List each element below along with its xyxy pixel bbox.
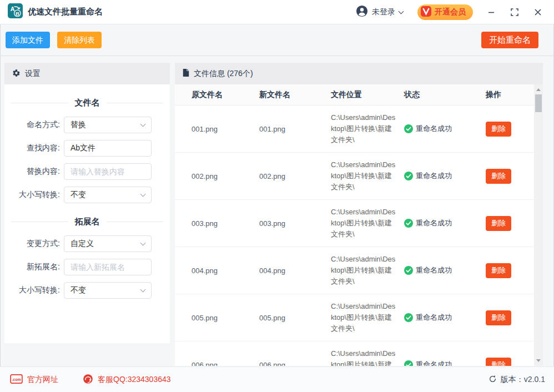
success-check-icon bbox=[404, 219, 413, 228]
delete-button[interactable]: 删除 bbox=[486, 169, 511, 184]
file-path-cell: C:\Users\admin\Desktop\图片转换\新建文件夹\ bbox=[331, 112, 404, 145]
action-cell: 删除 bbox=[486, 263, 534, 278]
service-qq-label: 客服QQ:3234303643 bbox=[98, 375, 171, 385]
minimize-button[interactable] bbox=[484, 5, 498, 19]
delete-button[interactable]: 删除 bbox=[486, 122, 511, 137]
action-cell: 删除 bbox=[486, 358, 534, 366]
col-new-filename: 新文件名 bbox=[259, 90, 331, 100]
add-files-button[interactable]: 添加文件 bbox=[6, 32, 50, 48]
field-input[interactable] bbox=[64, 163, 152, 180]
toolbar: 添加文件 清除列表 开始重命名 bbox=[0, 24, 554, 56]
field-control[interactable] bbox=[64, 282, 152, 299]
scroll-down-icon[interactable] bbox=[536, 359, 541, 362]
new-filename-cell: 005.png bbox=[259, 314, 331, 322]
window-title: 优速文件批量重命名 bbox=[28, 7, 103, 17]
svg-text:B: B bbox=[16, 11, 19, 17]
clear-list-button[interactable]: 清除列表 bbox=[57, 32, 102, 48]
field-control[interactable] bbox=[64, 163, 152, 180]
service-qq-link[interactable]: 客服QQ:3234303643 bbox=[83, 374, 171, 386]
version-label: 版本：v2.0.1 bbox=[501, 375, 545, 385]
file-path-cell: C:\Users\admin\Desktop\图片转换\新建文件夹\ bbox=[331, 348, 404, 366]
settings-form: 文件名 命名方式: 查找内容: bbox=[4, 84, 170, 305]
success-check-icon bbox=[404, 172, 413, 180]
old-filename-cell: 001.png bbox=[175, 125, 259, 133]
website-icon: .com bbox=[10, 374, 23, 385]
field-input[interactable] bbox=[64, 187, 152, 203]
close-button[interactable] bbox=[531, 5, 545, 19]
settings-field: 大小写转换: bbox=[11, 187, 163, 203]
new-filename-cell: 003.png bbox=[259, 219, 331, 228]
field-control[interactable] bbox=[64, 187, 152, 203]
minimize-icon bbox=[487, 8, 495, 16]
success-check-icon bbox=[404, 313, 413, 322]
field-control[interactable] bbox=[64, 259, 152, 275]
field-input[interactable] bbox=[64, 282, 152, 299]
col-file-path: 文件位置 bbox=[331, 90, 404, 100]
field-control[interactable] bbox=[64, 235, 152, 252]
new-filename-cell: 006.png bbox=[259, 361, 331, 366]
refresh-icon[interactable] bbox=[488, 375, 497, 385]
scroll-up-icon[interactable] bbox=[536, 88, 541, 91]
status-text: 重命名成功 bbox=[416, 171, 452, 181]
field-input[interactable] bbox=[64, 235, 152, 252]
action-cell: 删除 bbox=[486, 310, 534, 325]
official-website-link[interactable]: .com 官方网址 bbox=[10, 374, 58, 385]
delete-button[interactable]: 删除 bbox=[486, 216, 511, 231]
status-cell: 重命名成功 bbox=[404, 124, 486, 134]
settings-field: 命名方式: bbox=[11, 117, 163, 133]
svg-text:.com: .com bbox=[12, 378, 21, 382]
table-row: 004.png 004.png C:\Users\admin\Desktop\图… bbox=[175, 247, 534, 294]
status-text: 重命名成功 bbox=[416, 313, 452, 323]
login-status-label: 未登录 bbox=[372, 7, 395, 17]
chevron-down-icon bbox=[399, 8, 404, 14]
file-path-cell: C:\Users\admin\Desktop\图片转换\新建文件夹\ bbox=[331, 159, 404, 193]
version-info: 版本：v2.0.1 bbox=[488, 375, 545, 385]
app-identity: A B 优速文件批量重命名 bbox=[8, 3, 103, 21]
new-filename-cell: 001.png bbox=[259, 125, 331, 133]
settings-field: 查找内容: bbox=[11, 140, 163, 157]
field-input[interactable] bbox=[64, 140, 152, 157]
status-text: 重命名成功 bbox=[416, 218, 452, 228]
status-cell: 重命名成功 bbox=[404, 218, 486, 228]
field-control[interactable] bbox=[64, 140, 152, 157]
status-text: 重命名成功 bbox=[416, 360, 452, 366]
old-filename-cell: 003.png bbox=[175, 219, 259, 228]
settings-field: 替换内容: bbox=[11, 163, 163, 180]
old-filename-cell: 006.png bbox=[175, 361, 259, 366]
settings-panel-header: 设置 bbox=[4, 63, 170, 84]
vip-button[interactable]: 开通会员 bbox=[417, 4, 473, 20]
field-input[interactable] bbox=[64, 117, 152, 133]
file-path-cell: C:\Users\admin\Desktop\图片转换\新建文件夹\ bbox=[331, 301, 404, 334]
delete-button[interactable]: 删除 bbox=[486, 263, 511, 278]
maximize-button[interactable] bbox=[507, 5, 522, 19]
settings-panel-title: 设置 bbox=[25, 69, 41, 79]
close-icon bbox=[534, 8, 542, 16]
filename-section-title: 文件名 bbox=[11, 94, 163, 111]
table-row: 003.png 003.png C:\Users\admin\Desktop\图… bbox=[175, 200, 534, 247]
field-label: 新拓展名: bbox=[11, 262, 60, 272]
start-rename-button[interactable]: 开始重命名 bbox=[481, 32, 538, 48]
delete-button[interactable]: 删除 bbox=[486, 358, 511, 366]
file-table: 原文件名 新文件名 文件位置 状态 操作 001.png 001.png C:\… bbox=[175, 84, 534, 366]
old-filename-cell: 002.png bbox=[175, 172, 259, 180]
status-text: 重命名成功 bbox=[416, 124, 452, 134]
delete-button[interactable]: 删除 bbox=[486, 310, 511, 325]
new-filename-cell: 004.png bbox=[259, 267, 331, 275]
vertical-scrollbar[interactable] bbox=[534, 84, 543, 366]
maximize-icon bbox=[511, 8, 518, 16]
app-window: A B 优速文件批量重命名 未登录 bbox=[0, 0, 554, 392]
gear-icon bbox=[12, 69, 21, 79]
table-row: 006.png 006.png C:\Users\admin\Desktop\图… bbox=[175, 341, 534, 366]
official-website-label: 官方网址 bbox=[27, 375, 58, 385]
settings-panel: 设置 文件名 命名方式: 查找内容: bbox=[4, 63, 170, 343]
account-menu[interactable]: 未登录 bbox=[356, 5, 403, 19]
file-info-title: 文件信息 (276个) bbox=[194, 69, 253, 79]
scrollbar-thumb[interactable] bbox=[535, 94, 542, 112]
file-info-header: 文件信息 (276个) bbox=[175, 63, 543, 84]
col-old-filename: 原文件名 bbox=[175, 90, 259, 100]
col-status: 状态 bbox=[404, 90, 486, 100]
field-input[interactable] bbox=[64, 259, 152, 275]
field-label: 大小写转换: bbox=[11, 285, 60, 295]
field-control[interactable] bbox=[64, 117, 152, 133]
success-check-icon bbox=[404, 266, 413, 275]
